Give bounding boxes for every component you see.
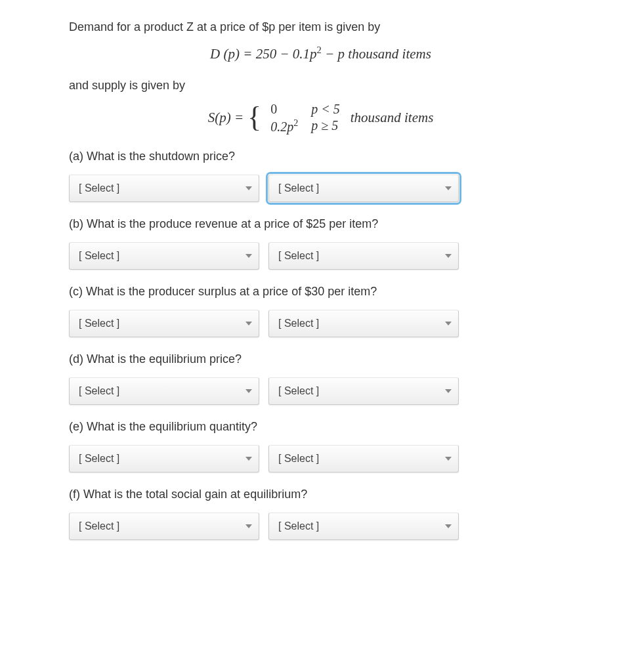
piecewise-brace: { 0 p < 5 0.2p2 p ≥ 5 bbox=[247, 101, 347, 135]
intro-line-2: and supply is given by bbox=[69, 77, 572, 94]
supply-lhs: S(p) = bbox=[208, 108, 244, 129]
select-placeholder: [ Select ] bbox=[79, 316, 119, 331]
supply-equation: S(p) = { 0 p < 5 0.2p2 p ≥ 5 thousand it… bbox=[69, 101, 572, 135]
select-row-a: [ Select ] [ Select ] bbox=[69, 175, 572, 202]
supply-case2-val: 0.2p bbox=[270, 119, 293, 133]
chevron-down-icon bbox=[445, 186, 452, 190]
supply-case2-cond: p ≥ 5 bbox=[311, 118, 338, 133]
chevron-down-icon bbox=[445, 254, 452, 258]
chevron-down-icon bbox=[245, 389, 252, 393]
demand-eq-left: D (p) = 250 − 0.1p bbox=[210, 46, 317, 62]
chevron-down-icon bbox=[445, 457, 452, 461]
select-placeholder: [ Select ] bbox=[278, 316, 319, 331]
intro-line-1: Demand for a product Z at a price of $p … bbox=[69, 18, 572, 36]
question-f: (f) What is the total social gain at equ… bbox=[69, 486, 572, 503]
select-placeholder: [ Select ] bbox=[79, 383, 119, 399]
select-f-2[interactable]: [ Select ] bbox=[268, 513, 459, 540]
chevron-down-icon bbox=[445, 524, 452, 528]
select-placeholder: [ Select ] bbox=[79, 518, 119, 534]
demand-eq-tail: − p thousand items bbox=[322, 46, 431, 62]
select-placeholder: [ Select ] bbox=[278, 451, 319, 467]
question-e: (e) What is the equilibrium quantity? bbox=[69, 418, 572, 436]
select-placeholder: [ Select ] bbox=[278, 518, 319, 534]
select-placeholder: [ Select ] bbox=[278, 383, 319, 399]
select-row-c: [ Select ] [ Select ] bbox=[69, 310, 572, 337]
question-c: (c) What is the producer surplus at a pr… bbox=[69, 283, 572, 301]
select-placeholder: [ Select ] bbox=[79, 248, 119, 264]
question-page: Demand for a product Z at a price of $p … bbox=[0, 0, 638, 560]
select-a-1[interactable]: [ Select ] bbox=[69, 175, 259, 202]
chevron-down-icon bbox=[245, 254, 252, 258]
select-row-e: [ Select ] [ Select ] bbox=[69, 445, 572, 472]
question-a: (a) What is the shutdown price? bbox=[69, 148, 572, 165]
select-f-1[interactable]: [ Select ] bbox=[69, 513, 259, 540]
chevron-down-icon bbox=[445, 322, 452, 326]
select-c-1[interactable]: [ Select ] bbox=[69, 310, 259, 337]
select-b-2[interactable]: [ Select ] bbox=[268, 242, 459, 270]
select-a-2[interactable]: [ Select ] bbox=[268, 175, 459, 202]
supply-units: thousand items bbox=[351, 108, 434, 129]
select-c-2[interactable]: [ Select ] bbox=[268, 310, 459, 337]
select-placeholder: [ Select ] bbox=[79, 451, 119, 467]
supply-case1-val: 0 bbox=[270, 102, 277, 116]
question-b: (b) What is the produce revenue at a pri… bbox=[69, 215, 572, 233]
chevron-down-icon bbox=[445, 389, 452, 393]
supply-case1-cond: p < 5 bbox=[311, 102, 340, 116]
select-placeholder: [ Select ] bbox=[278, 248, 319, 264]
chevron-down-icon bbox=[245, 524, 252, 528]
question-d: (d) What is the equilibrium price? bbox=[69, 350, 572, 368]
chevron-down-icon bbox=[245, 322, 252, 326]
select-e-1[interactable]: [ Select ] bbox=[69, 445, 259, 472]
select-row-d: [ Select ] [ Select ] bbox=[69, 377, 572, 405]
select-b-1[interactable]: [ Select ] bbox=[69, 242, 259, 270]
select-row-f: [ Select ] [ Select ] bbox=[69, 513, 572, 540]
chevron-down-icon bbox=[245, 186, 252, 190]
select-placeholder: [ Select ] bbox=[79, 180, 119, 196]
select-d-2[interactable]: [ Select ] bbox=[268, 377, 459, 405]
select-placeholder: [ Select ] bbox=[278, 180, 319, 196]
select-row-b: [ Select ] [ Select ] bbox=[69, 242, 572, 270]
chevron-down-icon bbox=[245, 457, 252, 461]
select-e-2[interactable]: [ Select ] bbox=[268, 445, 459, 472]
select-d-1[interactable]: [ Select ] bbox=[69, 377, 259, 405]
demand-equation: D (p) = 250 − 0.1p2 − p thousand items bbox=[69, 43, 572, 65]
